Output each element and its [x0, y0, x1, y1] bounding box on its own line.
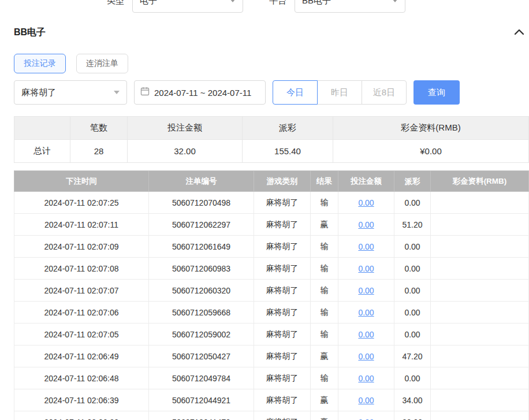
- bet-amount-cell: 0.00: [338, 367, 394, 389]
- order-id-cell: 5060712060320: [149, 280, 254, 302]
- bet-amount-link[interactable]: 0.00: [358, 374, 374, 383]
- result-cell: 输: [311, 192, 338, 214]
- table-row: 2024-07-11 02:06:39 5060712044921 麻将胡了 赢…: [14, 389, 529, 411]
- order-id-cell: 5060712062297: [149, 214, 254, 236]
- calendar-icon: [140, 87, 150, 98]
- bet-time-cell: 2024-07-11 02:07:07: [14, 280, 149, 302]
- yesterday-button[interactable]: 昨日: [317, 80, 362, 105]
- records-header-cell: 游戏类别: [254, 171, 311, 192]
- summary-header-cell: 投注金额: [128, 117, 243, 140]
- game-type-cell: 麻将胡了: [254, 258, 311, 280]
- bonus-cell: [431, 192, 529, 214]
- bet-amount-cell: 0.00: [338, 302, 394, 324]
- payout-cell: 0.00: [394, 280, 431, 302]
- summary-header-row: 笔数投注金额派彩彩金资料(RMB): [14, 117, 529, 140]
- page: 类型 电子 平台 BB电子 BB电子 投注记录 连消注单 麻将胡了: [0, 0, 529, 420]
- table-row: 2024-07-11 02:07:05 5060712059002 麻将胡了 输…: [14, 324, 529, 345]
- bet-time-cell: 2024-07-11 02:07:08: [14, 258, 149, 280]
- bet-amount-link[interactable]: 0.00: [358, 308, 374, 317]
- payout-cell: 22.00: [394, 411, 431, 420]
- bet-amount-link[interactable]: 0.00: [358, 330, 374, 339]
- bet-amount-link[interactable]: 0.00: [358, 418, 374, 420]
- last-8-days-button[interactable]: 近8日: [362, 80, 407, 105]
- table-row: 2024-07-11 02:06:48 5060712049784 麻将胡了 输…: [14, 367, 529, 389]
- payout-cell: 0.00: [394, 302, 431, 324]
- type-select[interactable]: 电子: [132, 0, 243, 13]
- table-row: 2024-07-11 02:07:09 5060712061649 麻将胡了 输…: [14, 236, 529, 258]
- game-type-cell: 麻将胡了: [254, 324, 311, 345]
- table-row: 2024-07-11 02:07:08 5060712060983 麻将胡了 输…: [14, 258, 529, 280]
- bet-amount-link[interactable]: 0.00: [358, 242, 374, 251]
- bet-time-cell: 2024-07-11 02:06:39: [14, 389, 149, 411]
- bet-amount-link[interactable]: 0.00: [358, 220, 374, 229]
- tabs: 投注记录 连消注单: [14, 54, 529, 73]
- result-cell: 输: [311, 367, 338, 389]
- game-type-cell: 麻将胡了: [254, 280, 311, 302]
- game-select[interactable]: 麻将胡了: [14, 80, 127, 105]
- bonus-cell: [431, 324, 529, 345]
- collapse-button[interactable]: [514, 28, 524, 37]
- result-cell: 输: [311, 258, 338, 280]
- bet-amount-link[interactable]: 0.00: [358, 352, 374, 361]
- game-type-cell: 麻将胡了: [254, 214, 311, 236]
- type-select-value: 电子: [140, 0, 157, 6]
- tab-cancelled-orders[interactable]: 连消注单: [76, 54, 128, 73]
- order-id-cell: 5060712050427: [149, 345, 254, 367]
- game-type-cell: 麻将胡了: [254, 192, 311, 214]
- summary-data-row: 总计2832.00155.40¥0.00: [14, 140, 529, 163]
- today-button[interactable]: 今日: [273, 80, 318, 105]
- payout-cell: 0.00: [394, 258, 431, 280]
- records-table: 下注时间注单编号游戏类别结果投注金额派彩彩金资料(RMB) 2024-07-11…: [14, 170, 529, 420]
- summary-table: 笔数投注金额派彩彩金资料(RMB) 总计2832.00155.40¥0.00: [14, 116, 529, 163]
- summary-value-cell: 32.00: [128, 140, 243, 163]
- bet-time-cell: 2024-07-11 02:07:06: [14, 302, 149, 324]
- records-table-body: 2024-07-11 02:07:25 5060712070498 麻将胡了 输…: [14, 192, 529, 420]
- bet-amount-link[interactable]: 0.00: [358, 286, 374, 295]
- records-header-cell: 投注金额: [338, 171, 394, 192]
- payout-cell: 47.20: [394, 345, 431, 367]
- search-button[interactable]: 查询: [413, 80, 460, 105]
- bet-amount-cell: 0.00: [338, 324, 394, 345]
- bonus-cell: [431, 367, 529, 389]
- order-id-cell: 5060712060983: [149, 258, 254, 280]
- top-filter-row: 类型 电子 平台 BB电子: [14, 0, 529, 13]
- platform-select[interactable]: BB电子: [295, 0, 405, 13]
- summary-value-cell: 155.40: [243, 140, 333, 163]
- table-row: 2024-07-11 02:07:07 5060712060320 麻将胡了 输…: [14, 280, 529, 302]
- bet-amount-link[interactable]: 0.00: [358, 396, 374, 405]
- platform-label: 平台: [269, 0, 286, 6]
- bet-amount-link[interactable]: 0.00: [358, 198, 374, 207]
- game-type-cell: 麻将胡了: [254, 236, 311, 258]
- section-title: BB电子: [14, 27, 46, 39]
- payout-cell: 51.20: [394, 214, 431, 236]
- order-id-cell: 5060712061649: [149, 236, 254, 258]
- date-range-input[interactable]: 2024-07-11 ~ 2024-07-11: [134, 80, 266, 105]
- bet-amount-cell: 0.00: [338, 192, 394, 214]
- records-header-cell: 派彩: [394, 171, 431, 192]
- order-id-cell: 5060712059668: [149, 302, 254, 324]
- date-range-value: 2024-07-11 ~ 2024-07-11: [154, 88, 251, 98]
- bet-time-cell: 2024-07-11 02:07:09: [14, 236, 149, 258]
- bet-amount-cell: 0.00: [338, 411, 394, 420]
- bet-amount-cell: 0.00: [338, 345, 394, 367]
- bet-time-cell: 2024-07-11 02:06:49: [14, 345, 149, 367]
- result-cell: 赢: [311, 411, 338, 420]
- records-header-cell: 注单编号: [149, 171, 254, 192]
- bet-amount-link[interactable]: 0.00: [358, 264, 374, 273]
- order-id-cell: 5060712070498: [149, 192, 254, 214]
- result-cell: 输: [311, 302, 338, 324]
- bet-time-cell: 2024-07-11 02:07:25: [14, 192, 149, 214]
- table-row: 2024-07-11 02:07:11 5060712062297 麻将胡了 赢…: [14, 214, 529, 236]
- game-type-cell: 麻将胡了: [254, 389, 311, 411]
- game-type-cell: 麻将胡了: [254, 302, 311, 324]
- chevron-down-icon: [230, 0, 236, 2]
- bet-amount-cell: 0.00: [338, 236, 394, 258]
- bonus-cell: [431, 302, 529, 324]
- order-id-cell: 5060712044921: [149, 389, 254, 411]
- game-select-value: 麻将胡了: [21, 87, 56, 98]
- tab-bet-records[interactable]: 投注记录: [14, 54, 66, 73]
- payout-cell: 0.00: [394, 324, 431, 345]
- records-header-row: 下注时间注单编号游戏类别结果投注金额派彩彩金资料(RMB): [14, 171, 529, 192]
- chevron-up-icon: [514, 28, 524, 37]
- bet-amount-cell: 0.00: [338, 280, 394, 302]
